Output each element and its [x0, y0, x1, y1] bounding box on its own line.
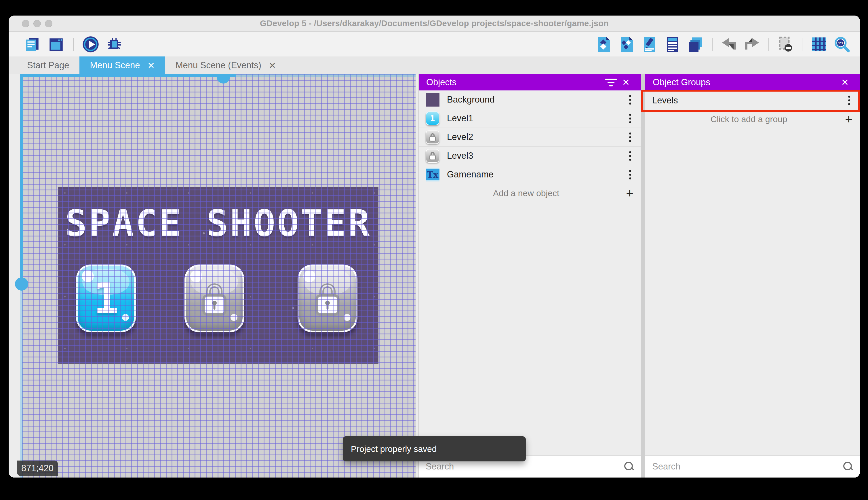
tab-bar: Start Page Menu Scene ✕ Menu Scene (Even… [9, 56, 860, 74]
add-object-row[interactable]: Add a new object + [419, 184, 641, 203]
object-row-gamename[interactable]: Tx Gamename [419, 165, 641, 184]
debug-icon[interactable] [105, 35, 123, 53]
search-icon [624, 462, 634, 471]
toolbar-divider [769, 38, 769, 51]
properties-icon[interactable] [641, 35, 658, 53]
close-panel-icon[interactable]: ✕ [837, 75, 853, 90]
scene-title-text[interactable]: SPACE SHOOTER [58, 202, 378, 245]
object-menu-button[interactable] [626, 168, 634, 181]
object-thumbnail-background [426, 93, 439, 106]
instances-list-icon[interactable] [664, 35, 681, 53]
level2-button-instance[interactable] [185, 264, 244, 332]
object-menu-button[interactable] [626, 149, 634, 162]
object-menu-button[interactable] [626, 93, 634, 106]
grid-icon[interactable] [810, 35, 828, 53]
object-row-level2[interactable]: Level2 [419, 128, 641, 147]
main-toolbar: 1:1 [9, 32, 860, 56]
title-bar: GDevelop 5 - /Users/dkarakay/Documents/G… [9, 15, 860, 32]
object-row-level1[interactable]: 1 Level1 [419, 109, 641, 128]
group-row-levels[interactable]: Levels [645, 91, 860, 110]
level1-button-instance[interactable]: 1 [76, 264, 136, 332]
lock-icon [299, 266, 356, 331]
object-thumbnail-level3-lock [426, 149, 439, 163]
objects-editor-icon[interactable] [595, 35, 612, 53]
svg-text:1:1: 1:1 [838, 41, 843, 45]
add-group-row[interactable]: Click to add a group + [645, 110, 860, 128]
vertical-scrollbar-knob[interactable] [15, 277, 28, 291]
object-row-background[interactable]: Background [419, 90, 641, 109]
project-manager-icon[interactable] [24, 35, 42, 53]
object-groups-panel-title: Object Groups [653, 77, 710, 88]
minimize-window-button[interactable] [33, 20, 41, 27]
window-title: GDevelop 5 - /Users/dkarakay/Documents/G… [260, 19, 609, 28]
maximize-window-button[interactable] [45, 20, 52, 27]
cursor-coordinates: 871;420 [17, 461, 58, 476]
close-tab-icon[interactable]: ✕ [148, 60, 155, 70]
group-menu-button[interactable] [845, 94, 853, 107]
scene-background-instance[interactable]: SPACE SHOOTER 1 [58, 187, 378, 363]
vertical-scrollbar[interactable] [20, 74, 23, 478]
groups-search-input[interactable] [652, 462, 843, 472]
object-menu-button[interactable] [626, 131, 634, 144]
main-area: SPACE SHOOTER 1 [9, 74, 860, 478]
tab-menu-scene[interactable]: Menu Scene ✕ [80, 56, 165, 74]
mask-icon[interactable] [776, 35, 794, 53]
tab-start-page[interactable]: Start Page [17, 56, 80, 74]
object-groups-editor-icon[interactable] [618, 35, 635, 53]
scene-editor-icon[interactable] [47, 35, 65, 53]
close-tab-icon[interactable]: ✕ [269, 60, 276, 70]
layers-editor-icon[interactable] [687, 35, 705, 53]
undo-icon[interactable] [720, 35, 738, 53]
toolbar-divider [712, 38, 713, 51]
close-panel-icon[interactable]: ✕ [619, 75, 633, 90]
lock-icon [186, 266, 243, 331]
panel-separator[interactable] [641, 74, 645, 478]
tab-menu-scene-events[interactable]: Menu Scene (Events) ✕ [165, 56, 286, 74]
groups-search-row [645, 455, 860, 478]
search-icon [843, 462, 853, 471]
gdevelop-window: GDevelop 5 - /Users/dkarakay/Documents/G… [9, 15, 860, 478]
toolbar-divider [73, 38, 74, 51]
add-group-plus-icon[interactable]: + [845, 113, 853, 126]
objects-panel: Objects ✕ Background 1 Level1 [419, 74, 641, 478]
object-groups-panel-header: Object Groups ✕ [645, 74, 860, 90]
object-row-level3[interactable]: Level3 [419, 147, 641, 165]
object-thumbnail-level2-lock [426, 130, 439, 144]
objects-panel-title: Objects [426, 77, 456, 88]
objects-search-input[interactable] [426, 462, 624, 472]
object-thumbnail-text: Tx [426, 168, 439, 181]
objects-panel-header: Objects ✕ [419, 74, 641, 90]
add-object-plus-icon[interactable]: + [626, 187, 633, 200]
filter-icon[interactable] [603, 75, 619, 90]
play-preview-icon[interactable] [82, 35, 99, 53]
zoom-one-to-one-icon[interactable]: 1:1 [833, 35, 851, 53]
object-thumbnail-level1: 1 [426, 112, 439, 125]
redo-icon[interactable] [743, 35, 761, 53]
object-groups-panel: Object Groups ✕ Levels Click to add a gr… [645, 74, 860, 478]
object-menu-button[interactable] [626, 112, 634, 125]
close-window-button[interactable] [22, 20, 30, 27]
toolbar-divider [802, 38, 802, 51]
level3-button-instance[interactable] [297, 264, 357, 332]
save-toast: Project properly saved [343, 436, 526, 462]
scene-canvas[interactable]: SPACE SHOOTER 1 [9, 74, 419, 478]
